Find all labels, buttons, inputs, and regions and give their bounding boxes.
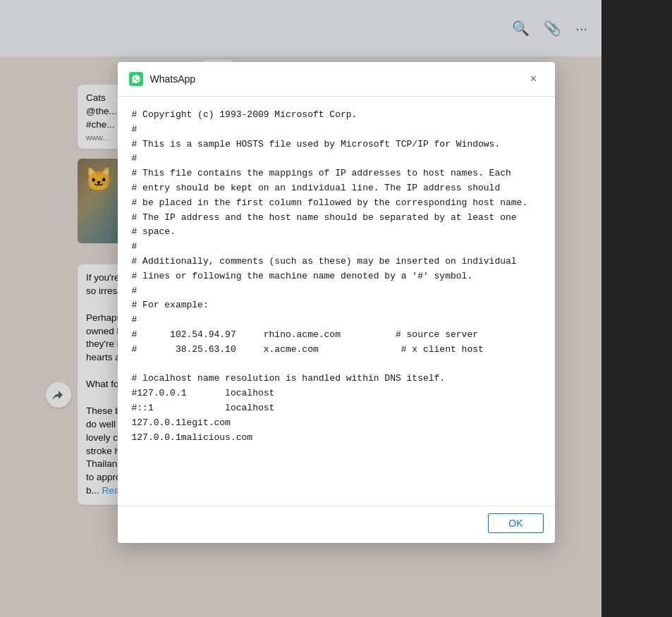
modal-line: # 102.54.94.97 rhino.acme.com # source s… (132, 328, 541, 343)
modal-line: # This file contains the mappings of IP … (132, 166, 541, 181)
modal-line: # space. (132, 225, 541, 240)
modal-line: #::1 localhost (132, 401, 541, 416)
modal-line: # Additionally, comments (such as these)… (132, 255, 541, 269)
modal-line: # entry should be kept on an individual … (132, 181, 541, 196)
modal-line: # (132, 123, 541, 138)
modal-line: # This is a sample HOSTS file used by Mi… (132, 138, 541, 152)
modal-line: # (132, 284, 541, 299)
modal-line: 127.0.0.1malicious.com (132, 431, 541, 446)
dialog-modal: WhatsApp × # Copyright (c) 1993-2009 Mic… (118, 62, 555, 543)
modal-line: 127.0.0.1legit.com (132, 416, 541, 431)
modal-footer: OK (118, 506, 555, 543)
ok-button[interactable]: OK (488, 513, 543, 533)
modal-titlebar: WhatsApp × (118, 62, 555, 97)
modal-line: # (132, 152, 541, 166)
modal-overlay: WhatsApp × # Copyright (c) 1993-2009 Mic… (0, 0, 672, 617)
modal-title: WhatsApp (150, 73, 517, 85)
modal-text-lines: # Copyright (c) 1993-2009 Microsoft Corp… (132, 108, 541, 445)
modal-line: # localhost name resolution is handled w… (132, 372, 541, 386)
modal-content: # Copyright (c) 1993-2009 Microsoft Corp… (118, 97, 555, 506)
modal-line: # The IP address and the host name shoul… (132, 211, 541, 226)
modal-line (132, 358, 541, 372)
modal-line: #127.0.0.1 localhost (132, 386, 541, 401)
modal-line: # (132, 313, 541, 328)
modal-line: # Copyright (c) 1993-2009 Microsoft Corp… (132, 108, 541, 123)
modal-line: # 38.25.63.10 x.acme.com # x client host (132, 343, 541, 358)
whatsapp-icon (129, 72, 143, 86)
modal-line: # For example: (132, 298, 541, 313)
modal-line: # lines or following the machine name de… (132, 269, 541, 284)
modal-close-button[interactable]: × (524, 69, 544, 89)
modal-line: # be placed in the first column followed… (132, 196, 541, 211)
modal-line: # (132, 240, 541, 255)
